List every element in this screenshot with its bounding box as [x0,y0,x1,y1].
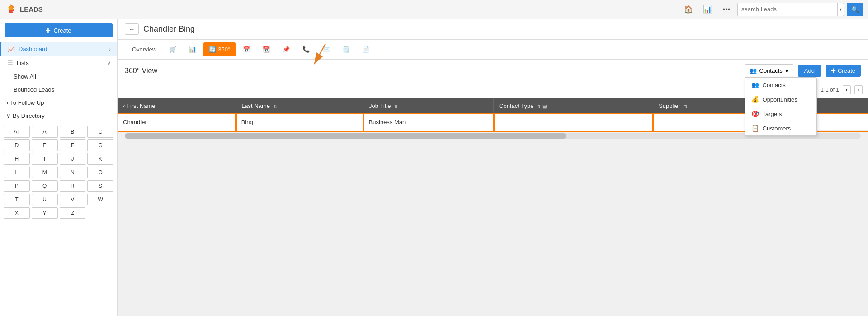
alpha-btn-o[interactable]: O [87,167,113,178]
alpha-btn-g[interactable]: G [87,139,113,151]
filter-icon-contact-type: ▤ [542,104,547,109]
alpha-btn-r[interactable]: R [60,180,86,192]
targets-menu-icon: 🎯 [751,110,759,117]
sidebar-sub-show-all[interactable]: Show All [0,70,117,83]
alpha-btn-y[interactable]: Y [32,207,58,219]
tab-phone[interactable]: 📞 [297,42,315,56]
alpha-btn-u[interactable]: U [32,194,58,205]
alpha-grid: AllABCDEFGHIJKLMNOPQRSTUVWXYZ [0,122,117,223]
tab-email[interactable]: ✉️ [317,42,335,56]
add-button[interactable]: Add [798,65,821,77]
pin-icon: 📌 [283,46,290,53]
create-button[interactable]: ✚ Create [5,23,113,37]
cell-contact_type [494,114,653,131]
sidebar-wrapper: ✚ Create 📈 Dashboard › ☰ Lists ∨ Show Al… [0,19,118,316]
alpha-btn-i[interactable]: I [32,153,58,165]
contacts-dropdown-container: 👥 Contacts ▾ 👥 Contacts 💰 Opportunities [745,64,793,77]
search-go-button[interactable]: 🔍 [847,3,863,16]
sidebar-item-lists[interactable]: ☰ Lists ∨ [0,56,117,70]
next-page-button[interactable]: › [854,85,863,94]
chart-icon: 📊 [189,46,196,53]
alpha-btn-e[interactable]: E [32,139,58,151]
svg-rect-2 [9,11,13,13]
menu-item-contacts[interactable]: 👥 Contacts [745,78,816,92]
contacts-menu-icon: 👥 [751,81,759,88]
collapse-icon: ∨ [6,112,11,119]
alpha-btn-h[interactable]: H [4,153,30,165]
sort-icon-contact-type: ⇅ [537,104,541,109]
col-header-contact-type[interactable]: Contact Type ⇅ ▤ [494,98,653,114]
menu-item-opportunities[interactable]: 💰 Opportunities [745,92,816,107]
tab-overview[interactable]: Overview [125,42,162,56]
view-title: 360° View [125,67,740,75]
alpha-btn-z[interactable]: Z [60,207,86,219]
tab-chart[interactable]: 📊 [184,42,202,56]
col-header-last-name[interactable]: Last Name ⇅ [236,98,363,114]
home-button[interactable]: 🏠 [680,1,697,18]
alpha-btn-v[interactable]: V [60,194,86,205]
back-arrow-icon: ← [129,26,135,33]
nav-icons: 🏠 📊 ••• ▾ 🔍 [680,1,863,18]
alpha-btn-j[interactable]: J [60,153,86,165]
contacts-dropdown-menu: 👥 Contacts 💰 Opportunities 🎯 Targets 📋 C… [745,77,817,136]
cell-last_name: Bing [236,114,363,131]
page-info: 1-1 of 1 [821,87,839,93]
menu-item-customers[interactable]: 📋 Customers [745,121,816,135]
contacts-dropdown-icon: 👥 [750,67,757,74]
alpha-btn-d[interactable]: D [4,139,30,151]
chart-button[interactable]: 📊 [699,1,716,18]
calendar2-icon: 📆 [263,46,270,53]
search-dropdown-button[interactable]: ▾ [837,3,844,16]
prev-page-button[interactable]: ‹ [843,85,851,94]
tab-cart[interactable]: 🛒 [164,42,182,56]
table-scrollbar-thumb [125,133,566,139]
alpha-btn-all[interactable]: All [4,126,30,138]
360-icon: 🔄 [209,46,216,53]
sidebar-by-directory[interactable]: ∨ By Directory [0,109,117,122]
alpha-btn-f[interactable]: F [60,139,86,151]
col-header-job-title[interactable]: Job Title ⇅ [363,98,494,114]
customers-menu-icon: 📋 [751,125,759,132]
search-input[interactable] [738,6,837,13]
tab-calendar2[interactable]: 📆 [257,42,275,56]
alpha-btn-n[interactable]: N [60,167,86,178]
tab-doc[interactable]: 📄 [357,42,375,56]
app-title: LEADS [20,5,43,13]
sidebar-item-dashboard[interactable]: 📈 Dashboard › [0,42,117,56]
svg-marker-1 [8,5,14,10]
tab-pin[interactable]: 📌 [277,42,295,56]
menu-item-targets[interactable]: 🎯 Targets [745,107,816,121]
dashboard-icon: 📈 [8,46,15,52]
create-record-button[interactable]: ✚ Create [826,65,861,77]
email-icon: ✉️ [322,46,330,53]
alpha-btn-q[interactable]: Q [32,180,58,192]
opportunities-menu-icon: 💰 [751,96,759,103]
alpha-btn-c[interactable]: C [87,126,113,138]
alpha-btn-b[interactable]: B [60,126,86,138]
back-button[interactable]: ← [125,23,139,35]
alpha-btn-l[interactable]: L [4,167,30,178]
alpha-btn-m[interactable]: M [32,167,58,178]
col-header-first-name[interactable]: ‹ First Name [118,98,236,114]
doc-icon: 📄 [362,46,369,53]
alpha-btn-k[interactable]: K [87,153,113,165]
sidebar-to-follow-up[interactable]: › To Follow Up [0,96,117,109]
contacts-dropdown-trigger[interactable]: 👥 Contacts ▾ [745,64,793,77]
more-button[interactable]: ••• [718,1,735,18]
content-area: ← Chandler Bing Overview 🛒 [118,19,868,316]
phone-icon: 📞 [302,46,310,53]
tab-calendar1[interactable]: 📅 [237,42,255,56]
alpha-btn-a[interactable]: A [32,126,58,138]
alpha-btn-x[interactable]: X [4,207,30,219]
record-title: Chandler Bing [143,24,195,34]
tab-note[interactable]: 🗒️ [337,42,355,56]
alpha-btn-w[interactable]: W [87,194,113,205]
alpha-btn-t[interactable]: T [4,194,30,205]
tab-360[interactable]: 🔄 360° [203,42,236,56]
alpha-btn-p[interactable]: P [4,180,30,192]
calendar1-icon: 📅 [243,46,250,53]
alpha-btn-s[interactable]: S [87,180,113,192]
dropdown-arrow-icon: ▾ [785,67,788,74]
lists-icon: ☰ [8,60,13,66]
sidebar-sub-bounced-leads[interactable]: Bounced Leads [0,83,117,96]
